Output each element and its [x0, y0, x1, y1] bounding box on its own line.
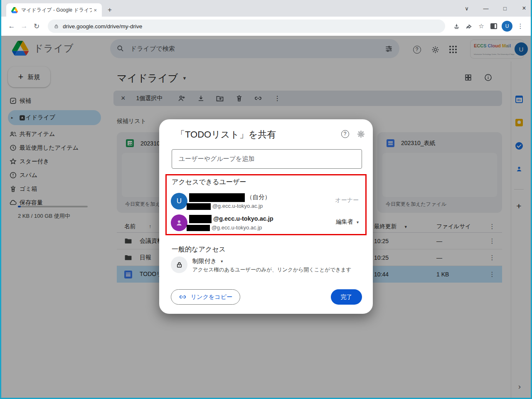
drive-favicon — [11, 7, 18, 13]
user-email-suffix: @g.ecc.u-tokyo.ac.jp — [212, 224, 262, 231]
user-email-row: @g.ecc.u-tokyo.ac.jp — [187, 224, 262, 231]
chevron-down-icon: ▾ — [221, 259, 223, 264]
copy-link-button[interactable]: リンクをコピー — [171, 289, 240, 305]
reload-button[interactable]: ↻ — [30, 22, 43, 31]
browser-profile-avatar[interactable]: U — [502, 21, 512, 32]
user-name-row: （自分） — [189, 193, 271, 202]
window-minimize-button[interactable]: — — [483, 5, 489, 12]
user-avatar — [171, 214, 187, 231]
general-access-label: 一般的なアクセス — [172, 245, 226, 254]
done-button[interactable]: 完了 — [331, 289, 362, 305]
redacted-email — [187, 225, 210, 231]
back-button[interactable]: ← — [5, 22, 18, 30]
share-dialog: 「TODOリスト」を共有 ? ユーザーやグループを追加 アクセスできるユーザー … — [159, 119, 373, 314]
access-section-label: アクセスできるユーザー — [172, 178, 246, 187]
tab-close-icon[interactable]: × — [92, 7, 99, 13]
redacted-name — [189, 215, 212, 223]
forward-button[interactable]: → — [18, 22, 30, 30]
bookmark-star-icon[interactable]: ☆ — [475, 22, 488, 30]
redacted-email — [187, 203, 211, 210]
user-email-row: @g.ecc.u-tokyo.ac.jp — [187, 203, 263, 210]
browser-titlebar: マイドライブ - Google ドライブ × + ∨ — □ × — [1, 0, 531, 17]
address-bar[interactable]: drive.google.com/drive/my-drive — [48, 20, 445, 33]
user-role-owner: オーナー — [335, 197, 359, 204]
dialog-settings-icon[interactable] — [356, 129, 365, 138]
user-name-suffix: （自分） — [246, 194, 271, 200]
downloads-icon[interactable] — [450, 23, 463, 30]
user-avatar: U — [171, 193, 187, 209]
browser-toolbar: ← → ↻ drive.google.com/drive/my-drive ☆ … — [1, 17, 531, 36]
user-email-suffix: @g.ecc.u-tokyo.ac.jp — [212, 203, 263, 209]
link-icon — [179, 293, 187, 301]
window-close-button[interactable]: × — [521, 5, 527, 12]
user-role-dropdown[interactable]: 編集者 ▾ — [336, 218, 359, 226]
window-maximize-button[interactable]: □ — [502, 5, 508, 12]
user-name-row: @g.ecc.u-tokyo.ac.jp — [189, 215, 273, 223]
general-access-description: アクセス権のあるユーザーのみが、リンクから開くことができます — [192, 266, 351, 273]
user-name-suffix: @g.ecc.u-tokyo.ac.jp — [213, 215, 273, 222]
tab-search-icon[interactable]: ∨ — [463, 5, 470, 12]
share-icon[interactable] — [463, 23, 475, 30]
dialog-help-icon[interactable]: ? — [340, 129, 350, 138]
tab-title: マイドライブ - Google ドライブ — [21, 7, 92, 14]
screenshot-frame: マイドライブ - Google ドライブ × + ∨ — □ × ← → ↻ d… — [0, 0, 532, 399]
general-access-dropdown[interactable]: 制限付き ▾ — [192, 257, 223, 265]
person-icon — [175, 218, 184, 227]
browser-tab[interactable]: マイドライブ - Google ドライブ × — [6, 3, 102, 17]
drive-app: ドライブ ドライブで検索 ? ECCS Cloud Mail Informati… — [1, 36, 531, 398]
add-people-placeholder: ユーザーやグループを追加 — [179, 155, 254, 163]
chevron-down-icon: ▾ — [357, 220, 359, 224]
browser-menu-icon[interactable]: ⋮ — [514, 22, 527, 30]
role-label: 編集者 — [336, 218, 353, 226]
add-people-input[interactable]: ユーザーやグループを追加 — [172, 149, 362, 169]
redacted-name — [189, 193, 245, 202]
site-lock-icon — [54, 24, 59, 29]
new-tab-button[interactable]: + — [108, 6, 112, 14]
general-access-option: 制限付き — [192, 257, 217, 265]
side-panel-icon[interactable] — [488, 23, 500, 29]
dialog-title: 「TODOリスト」を共有 — [176, 128, 276, 141]
url-text: drive.google.com/drive/my-drive — [63, 23, 142, 30]
restricted-lock-icon[interactable] — [171, 256, 187, 273]
copy-link-label: リンクをコピー — [191, 293, 232, 301]
